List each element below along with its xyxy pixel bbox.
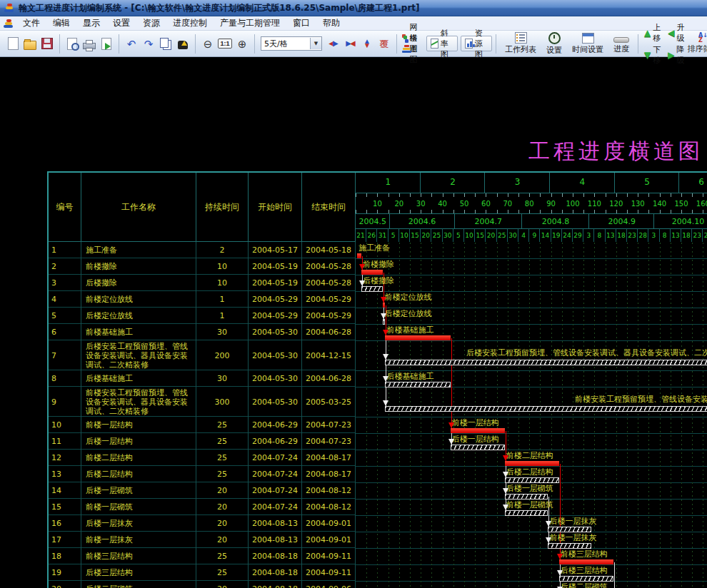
timeline-day-cell: 14 (540, 228, 551, 242)
view-resource-button[interactable]: 资源图 (461, 36, 492, 51)
gantt-bar[interactable] (505, 494, 548, 500)
title-bar[interactable]: 翰文工程进度计划编制系统 - [C:\翰文软件\翰文进度计划编制正式版18.6.… (0, 0, 707, 16)
table-row[interactable]: 9前楼安装工程预留预埋、管线设备安装调试、器具设备安装调试、二次精装修30020… (49, 387, 356, 417)
view-gantt-button[interactable]: 横道图 (401, 44, 423, 54)
gantt-bar[interactable] (385, 382, 450, 387)
table-row[interactable]: 2前楼撤除102004-05-192004-05-28 (49, 258, 356, 275)
save-button[interactable] (39, 35, 56, 52)
zoom-out-button[interactable]: ⊖ (199, 35, 216, 52)
gantt-bar[interactable] (385, 406, 707, 412)
copy-button[interactable] (157, 35, 174, 52)
zoom-reset-button[interactable]: 1:1 (216, 35, 234, 52)
work-list-button[interactable]: 工作列表 (500, 31, 541, 56)
move-down-button[interactable]: ▼下移 (644, 44, 661, 66)
gantt-bar[interactable] (361, 286, 383, 292)
table-row[interactable]: 8后楼基础施工302004-05-302004-06-28 (49, 370, 356, 387)
print-preview-button[interactable] (64, 35, 81, 52)
task-end: 2004-05-29 (302, 291, 356, 308)
gantt-bar[interactable] (559, 559, 613, 564)
task-start: 2004-05-30 (249, 387, 302, 417)
open-file-button[interactable] (21, 35, 39, 52)
menu-item-output-duration[interactable]: 产量与工期管理 (214, 16, 286, 31)
table-row[interactable]: 16后楼一层抹灰202004-08-132004-09-01 (49, 515, 356, 532)
table-row[interactable]: 11后楼一层结构252004-06-292004-07-23 (49, 433, 356, 450)
gantt-bar[interactable] (451, 445, 505, 450)
time-scale-select[interactable]: 5天/格 ▼ (261, 36, 322, 51)
promote-button[interactable]: ◀升级 (668, 22, 684, 44)
expand-scale-button[interactable]: ◀▶ (324, 35, 341, 52)
task-end: 2004-09-01 (302, 515, 356, 532)
undo-button[interactable]: ↶ (123, 35, 140, 52)
table-row[interactable]: 6前楼基础施工302004-05-302004-06-28 (49, 324, 356, 340)
gantt-bar[interactable] (505, 477, 559, 483)
export-button[interactable] (98, 35, 115, 52)
collapse-arrows-icon: ▶◀ (346, 40, 354, 47)
timeline-day-cell: 8 (594, 228, 605, 242)
move-up-button[interactable]: ▲上移 (644, 22, 661, 44)
new-file-button[interactable] (4, 35, 21, 52)
gantt-gridline (692, 243, 693, 588)
menu-item-edit[interactable]: 编辑 (46, 16, 76, 31)
gantt-bar[interactable] (361, 270, 383, 275)
redo-button[interactable]: ↷ (140, 35, 157, 52)
dependency-arrow-icon (503, 505, 508, 510)
gantt-bar[interactable] (505, 510, 548, 516)
gantt-bar[interactable] (383, 319, 385, 325)
gantt-bar[interactable] (357, 253, 361, 258)
snapshot-button[interactable] (174, 35, 191, 52)
progress-button[interactable]: 进度 (608, 31, 634, 56)
menu-item-window[interactable]: 窗口 (286, 16, 316, 31)
task-id: 11 (49, 433, 81, 450)
task-start: 2004-05-30 (249, 324, 302, 340)
resource-chart-icon (465, 39, 473, 49)
timeline-ruler-number: 130 (631, 200, 645, 208)
table-row[interactable]: 20后楼二层砌筑202004-08-182004-09-06 (49, 581, 356, 588)
timeline-day-cell: 10 (464, 228, 475, 242)
menu-item-help[interactable]: 帮助 (316, 16, 346, 31)
task-name: 后楼一层砌筑 (81, 482, 196, 499)
time-settings-button[interactable]: 时间设置 (567, 31, 608, 56)
menu-item-file[interactable]: 文件 (16, 16, 46, 31)
table-row[interactable]: 17前楼一层抹灰202004-08-132004-09-01 (49, 532, 356, 548)
sort-filter-button[interactable]: A↓Z 排序筛选 (684, 31, 707, 56)
gantt-gridline (518, 243, 519, 588)
gantt-bar[interactable] (505, 461, 559, 466)
table-row[interactable]: 13后楼二层结构252004-07-242004-08-17 (49, 466, 356, 482)
gantt-bar[interactable] (385, 335, 450, 340)
fit-button[interactable]: 覆 (376, 35, 393, 52)
timeline-day-cell: 19 (551, 228, 562, 242)
zoom-in-button[interactable]: ⊕ (234, 35, 251, 52)
table-row[interactable]: 5后楼定位放线12004-05-292004-05-29 (49, 308, 356, 324)
view-slope-button[interactable]: 斜率图 (426, 36, 458, 51)
print-button[interactable] (81, 35, 98, 52)
table-row[interactable]: 7后楼安装工程预留预埋、管线设备安装调试、器具设备安装调试、二次精装修20020… (49, 340, 356, 370)
gantt-bar[interactable] (548, 527, 591, 532)
menu-item-resource[interactable]: 资源 (136, 16, 166, 31)
menu-item-settings[interactable]: 设置 (106, 16, 136, 31)
menu-item-view[interactable]: 显示 (76, 16, 106, 31)
timeline-ruler-number: 70 (503, 200, 512, 208)
table-row[interactable]: 4前楼定位放线12004-05-292004-05-29 (49, 291, 356, 308)
table-row[interactable]: 12前楼二层结构252004-07-242004-08-17 (49, 450, 356, 466)
table-row[interactable]: 3后楼撤除102004-05-192004-05-28 (49, 275, 356, 291)
table-row[interactable]: 10前楼一层结构252004-06-292004-07-23 (49, 417, 356, 433)
table-row[interactable]: 14后楼一层砌筑202004-07-242004-08-12 (49, 482, 356, 499)
collapse-scale-button[interactable]: ▶◀ (341, 35, 358, 52)
table-row[interactable]: 1施工准备22004-05-172004-05-18 (49, 242, 356, 258)
gantt-bar[interactable] (548, 543, 591, 549)
table-row[interactable]: 19后楼三层结构252004-08-182004-09-11 (49, 564, 356, 581)
gantt-bar[interactable] (451, 428, 505, 433)
row-height-button[interactable]: ▲▼ (358, 35, 376, 52)
gantt-bar[interactable] (383, 303, 385, 308)
demote-button[interactable]: ▶降级 (668, 44, 684, 66)
table-row[interactable]: 18前楼三层结构252004-08-182004-09-11 (49, 548, 356, 564)
table-row[interactable]: 15前楼一层砌筑202004-07-242004-08-12 (49, 499, 356, 515)
gantt-bar[interactable] (559, 576, 613, 582)
task-dur: 30 (196, 324, 249, 340)
gantt-bar-label: 前楼二层结构 (506, 452, 553, 460)
gantt-bar[interactable] (385, 360, 707, 365)
task-dur: 25 (196, 564, 249, 581)
menu-item-progress-control[interactable]: 进度控制 (166, 16, 214, 31)
settings-button[interactable]: 设置 (541, 31, 567, 56)
dependency-connector (614, 562, 615, 588)
